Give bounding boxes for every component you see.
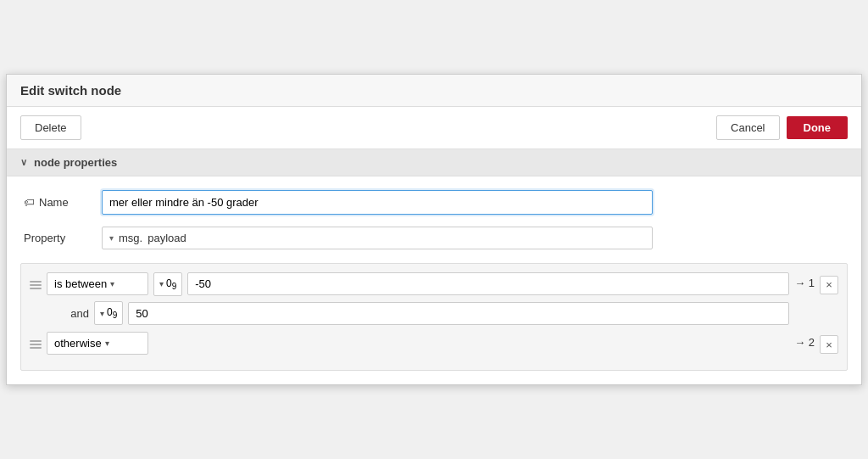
type-select-1[interactable]: ▾ 09 — [153, 272, 182, 296]
name-row: 🏷 Name — [24, 190, 844, 215]
output-1: → 1 — [794, 272, 815, 294]
properties-area: 🏷 Name Property ▾ msg. payload — [7, 176, 861, 263]
output-2: → 2 — [794, 332, 815, 353]
chevron-icon: ∨ — [20, 157, 27, 168]
condition-select-1[interactable]: is between ▾ — [47, 272, 148, 295]
rule-2-top-row: otherwise ▾ — [47, 332, 789, 355]
property-type: msg. — [119, 232, 142, 244]
drag-handle-2[interactable] — [30, 332, 42, 349]
done-button[interactable]: Done — [787, 116, 849, 139]
rules-container: is between ▾ ▾ 09 and ▾ 09 — [20, 263, 848, 372]
cancel-button[interactable]: Cancel — [716, 115, 779, 140]
value-input-and[interactable] — [128, 302, 789, 325]
condition-label-1: is between — [54, 277, 107, 290]
condition-caret-2: ▾ — [105, 339, 109, 348]
rule-1-content: is between ▾ ▾ 09 and ▾ 09 — [47, 272, 789, 326]
type-label-and: 09 — [107, 306, 117, 320]
type-caret-1: ▾ — [159, 279, 164, 288]
dialog-title: Edit switch node — [7, 75, 861, 107]
arrow-icon-2: → 2 — [794, 336, 815, 349]
rule-row-2: otherwise ▾ → 2 × — [30, 332, 838, 355]
section-node-properties: ∨ node properties — [7, 149, 861, 176]
remove-rule-2[interactable]: × — [820, 335, 838, 354]
tag-icon: 🏷 — [24, 196, 35, 209]
remove-rule-1[interactable]: × — [820, 276, 838, 294]
type-select-and[interactable]: ▾ 09 — [94, 301, 123, 325]
name-input[interactable] — [102, 190, 653, 215]
condition-select-2[interactable]: otherwise ▾ — [47, 332, 148, 355]
delete-button[interactable]: Delete — [20, 115, 81, 140]
property-select[interactable]: ▾ msg. payload — [102, 227, 653, 249]
property-label: Property — [24, 232, 92, 244]
section-label: node properties — [34, 156, 117, 169]
dialog-toolbar: Delete Cancel Done — [7, 107, 861, 149]
and-label: and — [64, 307, 89, 320]
value-input-1[interactable] — [187, 272, 789, 295]
condition-caret-1: ▾ — [110, 279, 114, 288]
name-label: 🏷 Name — [24, 196, 92, 209]
type-label-1: 09 — [166, 277, 176, 291]
drag-handle-1[interactable] — [30, 272, 42, 289]
condition-label-2: otherwise — [54, 337, 102, 350]
edit-switch-dialog: Edit switch node Delete Cancel Done ∨ no… — [6, 74, 862, 386]
type-caret-and: ▾ — [100, 309, 104, 318]
arrow-icon-1: → 1 — [794, 277, 815, 289]
and-row-1: and ▾ 09 — [47, 301, 789, 325]
property-type-arrow: ▾ — [109, 233, 114, 243]
property-row: Property ▾ msg. payload — [24, 227, 844, 249]
rule-1-top-row: is between ▾ ▾ 09 — [47, 272, 789, 296]
property-value: payload — [147, 232, 186, 244]
rule-2-content: otherwise ▾ — [47, 332, 789, 355]
rule-row-1: is between ▾ ▾ 09 and ▾ 09 — [30, 272, 838, 326]
